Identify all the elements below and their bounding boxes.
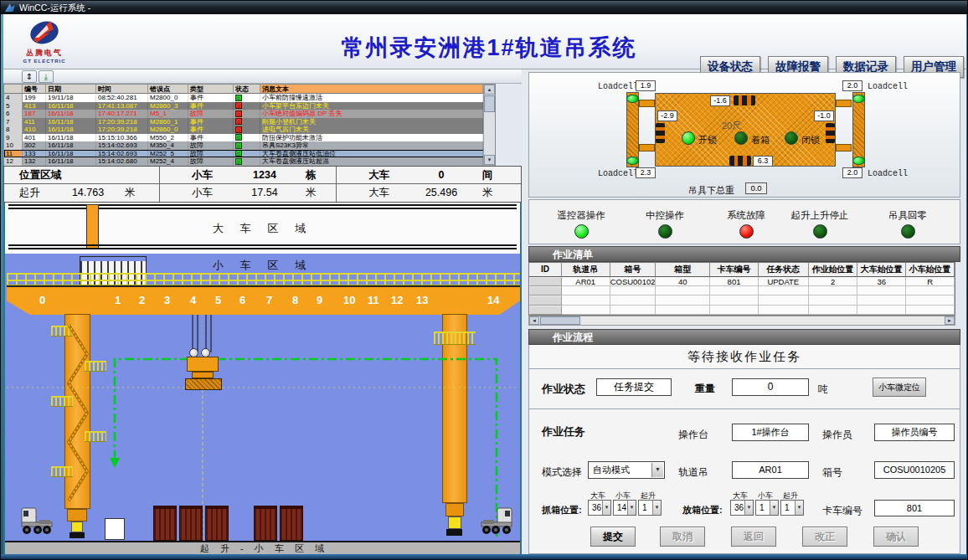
- loadcell-value-tl: 1.9: [636, 80, 656, 91]
- chevron-down-icon[interactable]: ▼: [651, 463, 663, 477]
- alarm-row[interactable]: 618716/11/1817:40:17.271M5_1故障0小车绝对值编码器 …: [4, 110, 495, 118]
- job-list-row[interactable]: AR01COSU001020540801UPDATE236R: [529, 277, 955, 286]
- alarm-date: 16/11/18: [46, 102, 96, 110]
- console-field[interactable]: 1#操作台: [732, 424, 809, 441]
- alarm-column-header[interactable]: 类型: [188, 85, 234, 94]
- alarm-column-header[interactable]: 日期: [46, 85, 96, 94]
- alarm-row[interactable]: 1030216/11/1815:14:02.693M350_4故障0吊具S23K…: [4, 141, 495, 150]
- trolley-unit: 米: [294, 184, 327, 202]
- action-button-取消[interactable]: 取消: [660, 527, 705, 547]
- scroll-right-icon[interactable]: ►: [945, 316, 955, 325]
- pick-spinner-小车[interactable]: 14▼: [613, 500, 636, 516]
- job-list-column-header[interactable]: 轨道吊: [562, 263, 610, 277]
- job-cell: 2: [809, 277, 858, 286]
- scroll-left-icon[interactable]: ◄: [529, 316, 539, 325]
- job-task-panel: 作业任务 操作台 1#操作台 操作员 操作员编号 模式选择 自动模式 ▼ 轨道吊…: [528, 409, 960, 554]
- spinner-arrow-icon[interactable]: ▼: [652, 501, 661, 515]
- job-cell: [906, 286, 955, 295]
- truck-number-field[interactable]: 801: [874, 500, 955, 516]
- action-button-返回[interactable]: 返回: [731, 527, 776, 547]
- alarm-row[interactable]: 541316/11/1817:41:13.087M2860_3事件0小车架平台东…: [4, 102, 495, 110]
- alarm-row[interactable]: 741116/11/1817:20:39.218M2860_1事件0刚腿小登机门…: [4, 118, 495, 126]
- job-cell: [906, 306, 955, 315]
- alarm-row-index: 12: [4, 157, 23, 166]
- lock-lamp-闭锁: [785, 131, 798, 145]
- alarm-column-header[interactable]: 消息文本: [260, 85, 483, 94]
- crane-field[interactable]: AR01: [732, 461, 809, 479]
- action-button-提交[interactable]: 提交: [590, 527, 636, 547]
- scrollbar-thumb[interactable]: [540, 316, 580, 325]
- spinner-arrow-icon[interactable]: ▼: [744, 501, 753, 515]
- alarm-status-cell: 0: [234, 141, 260, 150]
- alarm-row[interactable]: 940116/11/1815:15:10.366M550_2事件0防扭保护功能未…: [4, 134, 495, 142]
- alarm-time: 17:20:39.218: [96, 126, 148, 134]
- scroll-down-icon[interactable]: ▼: [484, 155, 495, 165]
- mode-select[interactable]: 自动模式 ▼: [588, 461, 665, 479]
- pick-spinner-起升[interactable]: 1▼: [638, 500, 662, 516]
- gantry-value: 25.496: [412, 184, 471, 202]
- alarm-status-icon: 0: [235, 134, 242, 141]
- spinner-arrow-icon[interactable]: ▼: [795, 501, 803, 515]
- arrow-down-icon: [110, 458, 120, 468]
- pick-spinner-大车[interactable]: 36▼: [588, 500, 611, 516]
- job-list-row[interactable]: [529, 306, 955, 315]
- alarm-time: 15:15:10.366: [96, 134, 148, 142]
- job-list-column-header[interactable]: 小车始位置: [906, 263, 955, 277]
- scrollbar-thumb[interactable]: [484, 95, 495, 112]
- job-state-field[interactable]: 任务提交: [596, 378, 672, 396]
- export-icon[interactable]: ⤓: [39, 70, 54, 83]
- alarm-row[interactable]: 1213216/11/1815:14:02.680M252_4故障0大车卷盘侧液…: [4, 157, 495, 166]
- crane-mimic: 小 车 区 域 01234567891011121314: [3, 254, 522, 554]
- operator-label: 操作员: [822, 428, 852, 442]
- alarm-status-icon: 0: [235, 150, 242, 157]
- window-titlebar[interactable]: WinCC-运行系统 -: [1, 1, 968, 14]
- alarm-column-header[interactable]: 错误点: [148, 85, 188, 94]
- job-list-column-header[interactable]: 大车始位置: [857, 263, 906, 277]
- place-spinner-小车[interactable]: 1▼: [755, 500, 779, 516]
- gantry-area: 大 车 区 域: [3, 203, 522, 254]
- spinner-arrow-icon[interactable]: ▼: [602, 501, 610, 515]
- alarm-message: 刚腿小登机门未关: [260, 118, 483, 126]
- job-list-hscrollbar[interactable]: ◄ ►: [528, 316, 955, 326]
- place-spinner-大车[interactable]: 36▼: [730, 500, 754, 516]
- container-field[interactable]: COSU0010205: [874, 461, 955, 479]
- alarm-number: 187: [23, 110, 46, 118]
- job-list-column-header[interactable]: 任务状态: [759, 263, 809, 277]
- scroll-up-icon[interactable]: ▲: [484, 85, 495, 95]
- alarm-column-header[interactable]: 编号: [23, 85, 46, 94]
- alarm-column-header[interactable]: 状态: [234, 85, 260, 94]
- gantry-rail-line: [8, 208, 517, 209]
- alarm-toolbar: ⇕ ⤓: [3, 69, 522, 84]
- operator-field[interactable]: 操作员编号: [874, 424, 955, 441]
- job-list-column-header[interactable]: 箱型: [656, 263, 710, 277]
- job-list-column-header[interactable]: ID: [529, 263, 562, 277]
- alarm-row[interactable]: 419919/11/1808:52:40.281M2800_0事件0小车前防撞慢…: [4, 94, 495, 102]
- action-button-确认[interactable]: 确认: [873, 527, 919, 547]
- place-spinner-起升[interactable]: 1▼: [780, 500, 804, 516]
- alarm-number: 413: [23, 102, 46, 110]
- weight-field[interactable]: 0: [732, 378, 809, 396]
- alarm-column-header[interactable]: 时间: [96, 85, 148, 94]
- job-list-column-header[interactable]: 卡车编号: [710, 263, 759, 277]
- lock-label: 开锁: [698, 134, 717, 146]
- alarm-error-point: M550_2: [148, 134, 188, 142]
- gantry-bay-value: 0: [412, 167, 471, 183]
- alarm-row[interactable]: 841016/11/1817:20:39.218M2860_0事件0进电气房门未…: [4, 126, 495, 134]
- job-list-row[interactable]: [529, 295, 955, 305]
- job-list-column-header[interactable]: 箱号: [610, 263, 656, 277]
- logo-text-en: GT ELECTRIC: [15, 59, 74, 64]
- spinner-arrow-icon[interactable]: ▼: [627, 501, 636, 515]
- alarm-number: 410: [23, 126, 46, 134]
- alarm-row[interactable]: 1113316/11/1815:14:02.693M252_5故障0大车卷盘侧液…: [4, 150, 495, 158]
- alarm-vertical-scrollbar[interactable]: ▲ ▼: [483, 85, 495, 165]
- job-task-title: 作业任务: [542, 424, 585, 439]
- alarm-type: 事件: [188, 134, 234, 142]
- autoscroll-icon[interactable]: ⇕: [22, 70, 37, 83]
- action-button-改正[interactable]: 改正: [802, 527, 847, 547]
- logo-text-cn: 丛腾电气: [15, 48, 74, 59]
- trolley-fine-position-button[interactable]: 小车微定位: [873, 378, 926, 397]
- spinner-arrow-icon[interactable]: ▼: [770, 501, 778, 515]
- job-list-column-header[interactable]: 作业始位置: [809, 263, 858, 277]
- twistlock-lamp: [852, 157, 865, 165]
- job-list-row[interactable]: [529, 286, 955, 295]
